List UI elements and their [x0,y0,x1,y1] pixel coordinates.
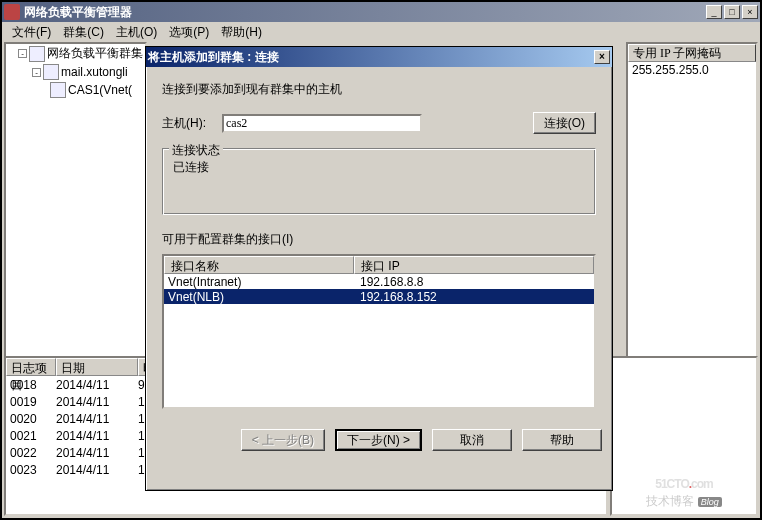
right-row-value: 255.255.255.0 [628,62,756,78]
host-label: 主机(H): [162,115,222,132]
main-titlebar: 网络负载平衡管理器 _ □ × [2,2,760,22]
next-button[interactable]: 下一步(N) > [335,429,422,451]
interfaces-col-name[interactable]: 接口名称 [164,256,354,274]
log-cell-id: 0019 [6,395,56,409]
right-panel: 专用 IP 子网掩码 255.255.255.0 [626,42,758,358]
interface-row[interactable]: Vnet(Intranet)192.168.8.8 [164,274,594,289]
maximize-button[interactable]: □ [724,5,740,19]
connection-status-group: 连接状态 已连接 [162,148,596,215]
menu-cluster[interactable]: 群集(C) [57,22,110,43]
interface-name: Vnet(NLB) [164,290,360,304]
connection-status-text: 已连接 [173,159,585,176]
connect-button[interactable]: 连接(O) [533,112,596,134]
tree-cluster-label: mail.xutongli [61,65,128,79]
log-cell-id: 0022 [6,446,56,460]
interfaces-header: 接口名称 接口 IP [164,256,594,274]
interfaces-label: 可用于配置群集的接口(I) [162,231,596,248]
host-input[interactable] [222,114,422,133]
log-col-date[interactable]: 日期 [56,358,138,376]
host-icon [50,82,66,98]
tree-host[interactable]: CAS1(Vnet( [6,81,145,99]
interface-name: Vnet(Intranet) [164,275,360,289]
host-input-row: 主机(H): 连接(O) [162,112,596,134]
menu-options[interactable]: 选项(P) [163,22,215,43]
dialog-body: 连接到要添加到现有群集中的主机 主机(H): 连接(O) 连接状态 已连接 可用… [146,67,612,423]
collapse-icon[interactable]: - [32,68,41,77]
close-button[interactable]: × [742,5,758,19]
collapse-icon[interactable]: - [18,49,27,58]
interface-ip: 192.168.8.152 [360,290,594,304]
dialog-instruction: 连接到要添加到现有群集中的主机 [162,81,596,98]
cluster-icon [43,64,59,80]
log-cell-date: 2014/4/11 [56,395,138,409]
connection-status-legend: 连接状态 [169,142,223,159]
watermark-logo: 51CTO.com [655,463,713,495]
dialog-title: 将主机添加到群集 : 连接 [148,49,594,66]
right-column-header[interactable]: 专用 IP 子网掩码 [628,44,756,62]
dialog-button-row: < 上一步(B) 下一步(N) > 取消 帮助 [146,423,612,451]
log-cell-date: 2014/4/11 [56,463,138,477]
watermark-panel: 51CTO.com 技术博客 Blog [610,356,758,516]
menubar: 文件(F) 群集(C) 主机(O) 选项(P) 帮助(H) [2,22,760,42]
log-cell-id: 0023 [6,463,56,477]
interfaces-rows: Vnet(Intranet)192.168.8.8Vnet(NLB)192.16… [164,274,594,304]
menu-host[interactable]: 主机(O) [110,22,163,43]
add-host-dialog: 将主机添加到群集 : 连接 × 连接到要添加到现有群集中的主机 主机(H): 连… [145,46,613,491]
log-cell-date: 2014/4/11 [56,429,138,443]
dialog-titlebar: 将主机添加到群集 : 连接 × [146,47,612,67]
log-cell-id: 0018 [6,378,56,392]
tree-root[interactable]: - 网络负载平衡群集 [6,44,145,63]
interface-ip: 192.168.8.8 [360,275,594,289]
window-title: 网络负载平衡管理器 [24,4,704,21]
log-cell-date: 2014/4/11 [56,378,138,392]
log-cell-id: 0021 [6,429,56,443]
menu-help[interactable]: 帮助(H) [215,22,268,43]
log-cell-date: 2014/4/11 [56,446,138,460]
log-cell-id: 0020 [6,412,56,426]
tree-cluster[interactable]: - mail.xutongli [6,63,145,81]
back-button: < 上一步(B) [241,429,325,451]
app-icon [4,4,20,20]
minimize-button[interactable]: _ [706,5,722,19]
dialog-close-button[interactable]: × [594,50,610,64]
menu-file[interactable]: 文件(F) [6,22,57,43]
interfaces-col-ip[interactable]: 接口 IP [354,256,594,274]
cancel-button[interactable]: 取消 [432,429,512,451]
tree-host-label: CAS1(Vnet( [68,83,132,97]
log-cell-date: 2014/4/11 [56,412,138,426]
help-button[interactable]: 帮助 [522,429,602,451]
interface-row[interactable]: Vnet(NLB)192.168.8.152 [164,289,594,304]
interfaces-list[interactable]: 接口名称 接口 IP Vnet(Intranet)192.168.8.8Vnet… [162,254,596,409]
tree-root-label: 网络负载平衡群集 [47,45,143,62]
watermark-sub: 技术博客 Blog [646,493,721,510]
cluster-root-icon [29,46,45,62]
tree-panel[interactable]: - 网络负载平衡群集 - mail.xutongli CAS1(Vnet( [4,42,147,358]
log-col-id[interactable]: 日志项目 [6,358,56,376]
